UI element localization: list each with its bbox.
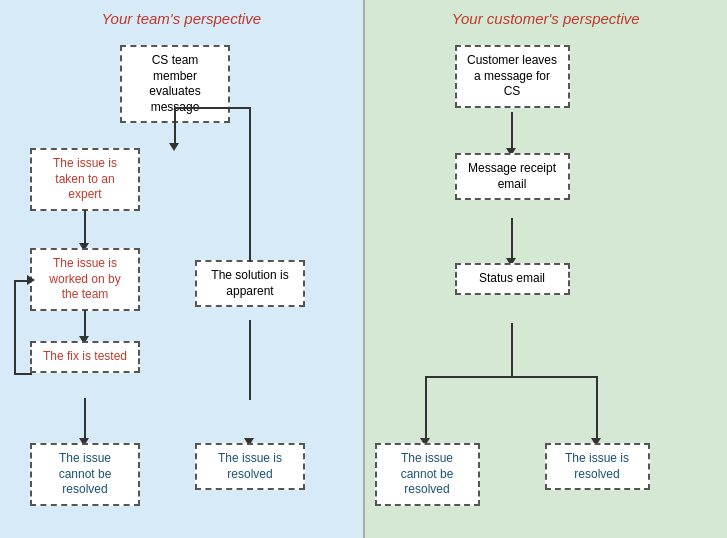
line-cs-to-solution	[249, 107, 251, 262]
resolved-right-box: The issue is resolved	[545, 443, 650, 490]
resolved-left-box: The issue is resolved	[195, 443, 305, 490]
main-container: Your team's perspective CS team member e…	[0, 0, 727, 538]
cannot-resolve-right-box: The issue cannot be resolved	[375, 443, 480, 506]
message-receipt-box: Message receipt email	[455, 153, 570, 200]
line-fork-right	[511, 376, 597, 378]
arrow-fix-cannotresolve	[84, 398, 86, 440]
line-status-fork	[511, 323, 513, 378]
loop-v	[14, 280, 16, 375]
expert-box: The issue is taken to an expert	[30, 148, 140, 211]
arrow-customer-receipt	[511, 112, 513, 150]
arrow-right-resolved	[596, 376, 598, 440]
loop-h-bottom	[14, 373, 32, 375]
arrow-worked-fix	[84, 310, 86, 338]
line-h-top	[175, 107, 249, 109]
arrow-expert-worked	[84, 210, 86, 245]
left-panel-title: Your team's perspective	[10, 10, 353, 27]
arrowhead-cs-expert	[169, 143, 179, 151]
cannot-resolve-left-box: The issue cannot be resolved	[30, 443, 140, 506]
customer-leaves-box: Customer leaves a message for CS	[455, 45, 570, 108]
line-fork-left	[425, 376, 511, 378]
solution-box: The solution is apparent	[195, 260, 305, 307]
right-panel: Your customer's perspective Customer lea…	[365, 0, 728, 538]
status-email-box: Status email	[455, 263, 570, 295]
arrow-cs-expert	[174, 107, 176, 145]
left-panel: Your team's perspective CS team member e…	[0, 0, 365, 538]
arrow-left-cannot	[425, 376, 427, 440]
worked-on-box: The issue is worked on by the team	[30, 248, 140, 311]
line-solution-down	[249, 320, 251, 400]
arrowhead-loop	[27, 275, 35, 285]
arrow-receipt-status	[511, 218, 513, 260]
fix-tested-box: The fix is tested	[30, 341, 140, 373]
right-panel-title: Your customer's perspective	[375, 10, 718, 27]
